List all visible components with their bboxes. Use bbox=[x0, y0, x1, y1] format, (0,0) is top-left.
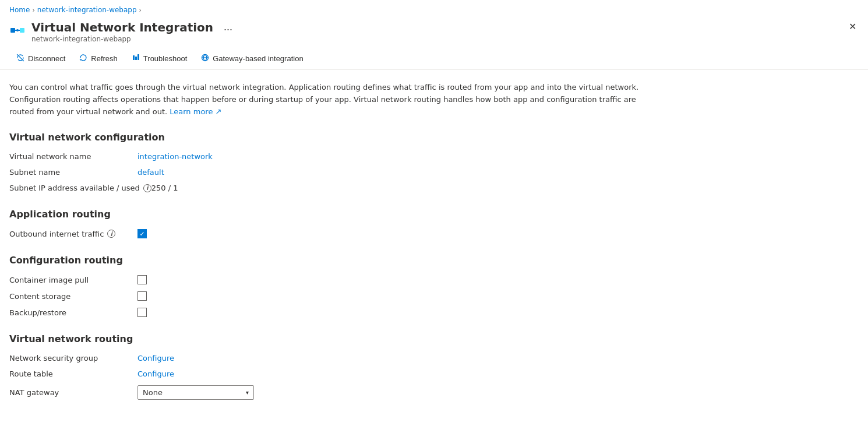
header-text: Virtual Network Integration network-inte… bbox=[31, 20, 213, 43]
disconnect-button[interactable]: Disconnect bbox=[9, 50, 72, 67]
troubleshoot-icon bbox=[132, 54, 140, 64]
header-left: Virtual Network Integration network-inte… bbox=[9, 20, 237, 43]
app-routing-title: Application routing bbox=[9, 209, 806, 220]
outbound-traffic-row: Outbound internet traffic i bbox=[9, 229, 806, 238]
container-image-checkbox-container bbox=[137, 275, 147, 284]
svg-rect-7 bbox=[137, 54, 139, 60]
nsg-label: Network security group bbox=[9, 354, 137, 362]
route-table-configure-link[interactable]: Configure bbox=[137, 369, 174, 378]
app-routing-section: Application routing Outbound internet tr… bbox=[9, 209, 806, 238]
disconnect-label: Disconnect bbox=[28, 54, 65, 63]
route-table-label: Route table bbox=[9, 369, 137, 378]
outbound-checkbox-container bbox=[137, 229, 147, 238]
content-storage-checkbox[interactable] bbox=[137, 291, 147, 301]
nat-gateway-row: NAT gateway None ▾ bbox=[9, 385, 806, 400]
container-image-label: Container image pull bbox=[9, 276, 137, 284]
subnet-name-label: Subnet name bbox=[9, 168, 137, 177]
breadcrumb-home[interactable]: Home bbox=[9, 6, 30, 14]
route-table-row: Route table Configure bbox=[9, 369, 806, 378]
gateway-integration-button[interactable]: Gateway-based integration bbox=[194, 50, 310, 67]
svg-point-3 bbox=[16, 29, 19, 31]
container-image-row: Container image pull bbox=[9, 275, 806, 284]
page-title: Virtual Network Integration bbox=[31, 20, 213, 35]
nat-gateway-selected-value: None bbox=[143, 388, 163, 397]
config-routing-title: Configuration routing bbox=[9, 255, 806, 266]
vnet-integration-icon bbox=[9, 22, 26, 38]
troubleshoot-button[interactable]: Troubleshoot bbox=[125, 50, 194, 67]
toolbar: Disconnect Refresh Troubleshoot Gateway-… bbox=[0, 48, 868, 70]
content-storage-checkbox-container bbox=[137, 291, 147, 301]
disconnect-icon bbox=[16, 54, 24, 64]
breadcrumb-app[interactable]: network-integration-webapp bbox=[37, 6, 137, 14]
subnet-ip-value: 250 / 1 bbox=[151, 184, 178, 192]
subnet-ip-info-icon[interactable]: i bbox=[143, 184, 151, 192]
vnet-routing-section: Virtual network routing Network security… bbox=[9, 333, 806, 400]
breadcrumb: Home › network-integration-webapp › bbox=[0, 0, 868, 17]
vnet-name-row: Virtual network name integration-network bbox=[9, 152, 806, 161]
outbound-traffic-checkbox[interactable] bbox=[137, 229, 147, 238]
subnet-name-value[interactable]: default bbox=[137, 168, 164, 177]
nsg-row: Network security group Configure bbox=[9, 354, 806, 362]
vnet-name-value[interactable]: integration-network bbox=[137, 152, 213, 161]
troubleshoot-label: Troubleshoot bbox=[143, 54, 187, 63]
nat-gateway-label: NAT gateway bbox=[9, 388, 137, 397]
svg-rect-6 bbox=[135, 57, 137, 60]
backup-restore-checkbox[interactable] bbox=[137, 308, 147, 317]
header-subtitle: network-integration-webapp bbox=[31, 35, 213, 43]
container-image-checkbox[interactable] bbox=[137, 275, 147, 284]
gateway-integration-label: Gateway-based integration bbox=[213, 54, 303, 63]
nat-gateway-select[interactable]: None ▾ bbox=[137, 385, 254, 400]
refresh-icon bbox=[79, 54, 87, 64]
svg-rect-0 bbox=[10, 28, 15, 33]
close-button[interactable]: ✕ bbox=[846, 20, 859, 34]
subnet-name-row: Subnet name default bbox=[9, 168, 806, 177]
config-routing-section: Configuration routing Container image pu… bbox=[9, 255, 806, 317]
description-text: You can control what traffic goes throug… bbox=[9, 82, 650, 118]
page-header: Virtual Network Integration network-inte… bbox=[0, 17, 868, 48]
main-content: You can control what traffic goes throug… bbox=[0, 70, 816, 428]
vnet-name-label: Virtual network name bbox=[9, 152, 137, 161]
refresh-label: Refresh bbox=[91, 54, 118, 63]
nsg-configure-link[interactable]: Configure bbox=[137, 354, 174, 362]
vnet-routing-title: Virtual network routing bbox=[9, 333, 806, 344]
content-storage-label: Content storage bbox=[9, 292, 137, 301]
content-storage-row: Content storage bbox=[9, 291, 806, 301]
vnet-config-section: Virtual network configuration Virtual ne… bbox=[9, 132, 806, 192]
vnet-config-title: Virtual network configuration bbox=[9, 132, 806, 143]
outbound-traffic-label: Outbound internet traffic i bbox=[9, 230, 137, 238]
learn-more-link[interactable]: Learn more ↗ bbox=[170, 107, 221, 116]
subnet-ip-label: Subnet IP address available / used i bbox=[9, 184, 151, 192]
backup-restore-row: Backup/restore bbox=[9, 308, 806, 317]
subnet-ip-row: Subnet IP address available / used i 250… bbox=[9, 184, 806, 192]
more-options-button[interactable]: ··· bbox=[219, 23, 237, 36]
backup-restore-label: Backup/restore bbox=[9, 308, 137, 317]
breadcrumb-sep1: › bbox=[32, 6, 34, 14]
breadcrumb-sep2: › bbox=[139, 6, 142, 14]
nat-gateway-dropdown-arrow: ▾ bbox=[246, 389, 249, 396]
outbound-info-icon[interactable]: i bbox=[107, 230, 115, 238]
gateway-icon bbox=[201, 54, 209, 64]
svg-rect-1 bbox=[20, 28, 24, 33]
refresh-button[interactable]: Refresh bbox=[72, 50, 125, 67]
backup-restore-checkbox-container bbox=[137, 308, 147, 317]
svg-rect-5 bbox=[133, 55, 135, 60]
